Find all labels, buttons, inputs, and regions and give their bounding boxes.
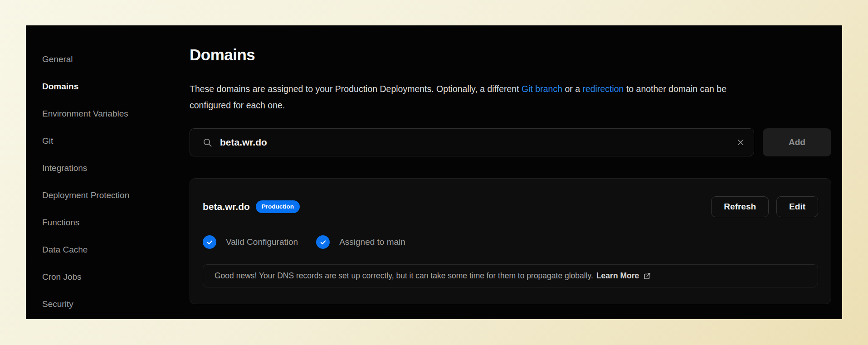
status-label: Assigned to main — [339, 237, 405, 247]
sidebar-item-integrations[interactable]: Integrations — [42, 163, 190, 174]
production-badge: Production — [256, 200, 300, 214]
dns-notice-box: Good news! Your DNS records are set up c… — [203, 264, 818, 287]
refresh-button[interactable]: Refresh — [711, 196, 769, 217]
valid-configuration-status: Valid Configuration — [203, 235, 298, 249]
domain-input[interactable] — [220, 137, 727, 148]
domain-card: beta.wr.do Production Refresh Edit Valid… — [190, 178, 831, 304]
settings-panel: General Domains Environment Variables Gi… — [26, 25, 842, 319]
domain-search-field — [190, 128, 754, 156]
sidebar-item-git[interactable]: Git — [42, 136, 190, 146]
add-domain-row: Add — [190, 128, 831, 156]
redirection-link[interactable]: redirection — [582, 84, 624, 94]
sidebar-item-general[interactable]: General — [42, 54, 190, 65]
git-branch-link[interactable]: Git branch — [522, 84, 562, 94]
domains-description: These domains are assigned to your Produ… — [190, 81, 831, 113]
domains-main-content: Domains These domains are assigned to yo… — [190, 25, 842, 319]
description-text: to another domain can be — [624, 84, 727, 94]
external-link-icon — [643, 272, 651, 280]
check-icon — [203, 235, 216, 249]
sidebar-item-environment-variables[interactable]: Environment Variables — [42, 108, 190, 119]
close-icon — [736, 137, 746, 147]
domain-status-row: Valid Configuration Assigned to main — [203, 235, 818, 249]
add-domain-button[interactable]: Add — [763, 128, 831, 156]
search-icon — [202, 137, 213, 148]
clear-input-button[interactable] — [736, 137, 746, 147]
learn-more-link[interactable]: Learn More — [596, 271, 639, 281]
edit-button[interactable]: Edit — [776, 196, 818, 217]
sidebar-item-functions[interactable]: Functions — [42, 217, 190, 228]
settings-sidebar: General Domains Environment Variables Gi… — [26, 25, 190, 319]
description-text: These domains are assigned to your Produ… — [190, 84, 522, 94]
sidebar-item-deployment-protection[interactable]: Deployment Protection — [42, 190, 190, 201]
domain-card-header: beta.wr.do Production Refresh Edit — [203, 196, 818, 217]
sidebar-item-cron-jobs[interactable]: Cron Jobs — [42, 272, 190, 282]
dns-notice-text: Good news! Your DNS records are set up c… — [215, 271, 593, 281]
sidebar-item-domains[interactable]: Domains — [42, 81, 190, 92]
description-text: configured for each one. — [190, 100, 285, 110]
domain-name: beta.wr.do — [203, 201, 250, 212]
sidebar-item-security[interactable]: Security — [42, 299, 190, 310]
domain-card-actions: Refresh Edit — [711, 196, 818, 217]
status-label: Valid Configuration — [226, 237, 298, 247]
sidebar-item-data-cache[interactable]: Data Cache — [42, 244, 190, 255]
page-title: Domains — [190, 45, 831, 64]
check-icon — [316, 235, 330, 249]
description-text: or a — [562, 84, 582, 94]
assigned-branch-status: Assigned to main — [316, 235, 405, 249]
